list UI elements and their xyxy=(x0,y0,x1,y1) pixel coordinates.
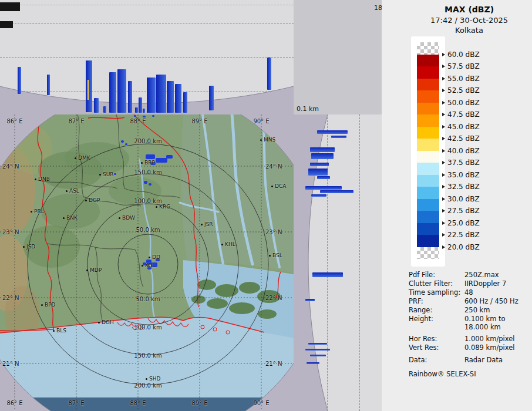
tick-arrow-icon xyxy=(442,149,445,153)
radar-echo-row xyxy=(317,176,330,179)
tick-value: 35.0 dBZ xyxy=(447,171,480,179)
city-marker-dmk: DMK xyxy=(75,155,90,161)
city-marker-sur: SUR xyxy=(99,171,114,177)
city-dot-icon xyxy=(271,186,273,187)
city-label: SHD xyxy=(149,376,160,382)
legend-tick-label: 27.5 dBZ xyxy=(442,207,480,215)
legend-band xyxy=(417,187,439,199)
city-dot-icon xyxy=(260,139,262,141)
city-dot-icon xyxy=(141,162,143,164)
city-dot-icon xyxy=(85,200,87,201)
city-label: DNB xyxy=(38,176,50,182)
city-dot-icon xyxy=(86,269,88,271)
radar-echo-row xyxy=(307,362,319,364)
legend-band xyxy=(417,79,439,91)
radar-echo-column xyxy=(94,98,99,113)
legend-tick-label: 22.5 dBZ xyxy=(442,231,480,239)
city-marker-bdw: BDW xyxy=(119,215,135,221)
city-marker-jsr: JSR xyxy=(201,221,213,227)
city-label: DMK xyxy=(78,155,90,161)
legend-tick-label: 45.0 dBZ xyxy=(442,123,480,131)
info-label: PRF: xyxy=(409,297,464,305)
tick-value: 45.0 dBZ xyxy=(447,123,480,131)
city-marker-shd: SHD xyxy=(146,376,160,382)
legend-tick-label: 60.0 dBZ xyxy=(442,50,480,59)
radar-echo-row xyxy=(331,136,346,138)
radar-echo-column xyxy=(156,75,166,113)
info-value: 0.089 km/pixel xyxy=(464,343,528,352)
city-dot-icon xyxy=(99,174,101,176)
city-label: JSR xyxy=(204,221,213,227)
info-value: 600 Hz / 450 Hz xyxy=(464,297,528,305)
info-value: 250Z.max xyxy=(464,271,528,279)
city-dot-icon xyxy=(63,217,65,219)
radar-echo-row xyxy=(305,299,315,301)
tick-value: 55.0 dBZ xyxy=(447,75,480,83)
city-marker-mns: MNS xyxy=(260,137,275,143)
city-dot-icon xyxy=(149,257,150,258)
city-label: MDP xyxy=(90,267,102,273)
city-marker-dca: DCA xyxy=(271,183,286,189)
tick-arrow-icon xyxy=(442,233,445,237)
info-label: Vert Res: xyxy=(409,343,464,352)
city-marker-bpd: BPD xyxy=(41,302,56,308)
city-dot-icon xyxy=(221,244,223,245)
city-dot-icon xyxy=(41,304,43,306)
legend-band xyxy=(417,151,439,163)
info-label: Range: xyxy=(409,306,464,314)
tick-arrow-icon xyxy=(442,53,445,56)
tick-value: 40.0 dBZ xyxy=(447,147,480,155)
vertical-cut-side-panel xyxy=(294,114,382,411)
legend-tick-label: 20.0 dBZ xyxy=(442,243,480,251)
tick-arrow-icon xyxy=(442,185,445,188)
tick-arrow-icon xyxy=(442,245,445,249)
radar-echo-strong xyxy=(87,80,89,100)
radar-echo-column xyxy=(128,81,132,113)
city-label: BSL xyxy=(272,252,282,258)
tick-arrow-icon xyxy=(442,209,445,213)
city-label: MNS xyxy=(264,137,275,143)
city-dot-icon xyxy=(119,217,120,219)
info-label: Data: xyxy=(409,356,464,364)
info-row: Clutter Filter:IIRDoppler 7 xyxy=(409,279,528,288)
info-row: Pdf File:250Z.max xyxy=(409,271,528,279)
legend-tick-label: 30.0 dBZ xyxy=(442,195,480,203)
legend-band xyxy=(417,199,439,211)
legend-band xyxy=(417,247,439,260)
legend-tick-label: 35.0 dBZ xyxy=(442,171,480,179)
city-dot-icon xyxy=(269,255,271,257)
legend-tick-label: 50.0 dBZ xyxy=(442,99,480,107)
tick-value: 60.0 dBZ xyxy=(447,50,480,59)
radar-echo-row xyxy=(310,163,329,166)
radar-echo-row xyxy=(305,349,330,351)
radar-echo-row xyxy=(311,194,326,197)
tick-value: 52.5 dBZ xyxy=(447,86,480,95)
legend-band xyxy=(417,127,439,139)
city-label: KHL xyxy=(225,241,235,247)
legend-band xyxy=(417,103,439,115)
radar-echo-column xyxy=(209,86,214,110)
radar-echo-column xyxy=(267,58,271,90)
city-dot-icon xyxy=(146,378,147,380)
info-value: IIRDoppler 7 xyxy=(464,279,528,288)
legend-tick-label: 57.5 dBZ xyxy=(442,62,480,70)
city-label: KRG xyxy=(159,204,170,210)
tick-arrow-icon xyxy=(442,77,445,80)
legend-band xyxy=(417,114,439,127)
radar-echo-column xyxy=(135,107,138,113)
radar-echo-column xyxy=(18,67,21,94)
city-marker-prl: PRL xyxy=(31,208,44,214)
city-layer: MNSDMKBRPSURDNBDCAASLDGPKRGPRLBNKBDWJSRK… xyxy=(0,114,294,411)
tick-arrow-icon xyxy=(442,173,445,177)
city-marker-dnb: DNB xyxy=(35,176,50,182)
legend-tick-label: 52.5 dBZ xyxy=(442,86,480,95)
legend-tick-label: 47.5 dBZ xyxy=(442,110,480,119)
city-label: SUR xyxy=(103,171,114,177)
tick-arrow-icon xyxy=(442,197,445,201)
top-echo-layer xyxy=(0,0,294,114)
axis-label-box xyxy=(0,21,13,28)
tick-arrow-icon xyxy=(442,113,445,116)
city-label: ASL xyxy=(69,188,79,194)
legend-band xyxy=(417,139,439,151)
tick-value: 57.5 dBZ xyxy=(447,62,480,70)
